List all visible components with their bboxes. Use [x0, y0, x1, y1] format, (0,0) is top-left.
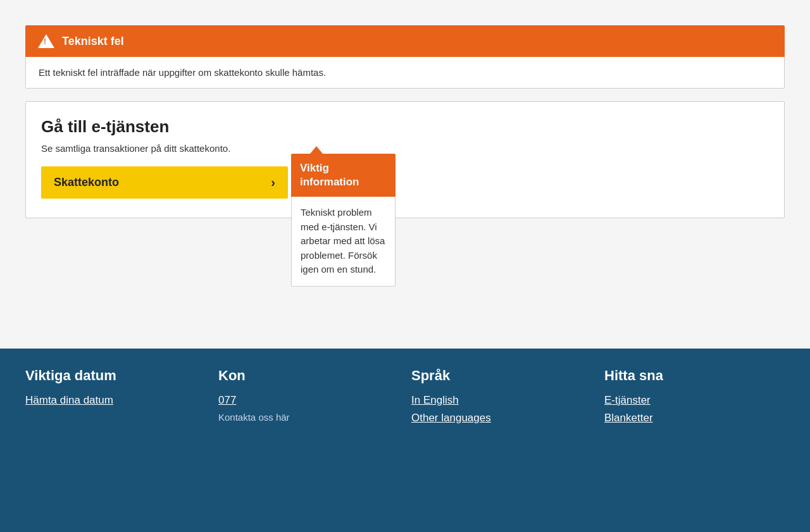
buttons-row: Skattekonto › 05-03 Viktig information T… [41, 166, 769, 199]
service-card: Gå till e-tjänsten Se samtliga transakti… [25, 101, 785, 218]
footer-col4-heading: Hitta sna [604, 368, 785, 384]
footer-col4-link-etjanster[interactable]: E-tjänster [604, 394, 785, 407]
footer-col1-heading: Viktiga datum [25, 368, 206, 384]
error-banner-title: Tekniskt fel [62, 35, 124, 48]
footer-col2-sub: Kontakta oss här [218, 412, 399, 423]
footer-col-sprak: Språk In English Other languages [411, 368, 592, 513]
footer-col-viktiga-datum: Viktiga datum Hämta dina datum [25, 368, 206, 513]
tooltip-popup: Viktig information Tekniskt problem med … [291, 154, 396, 287]
skattekonto-button[interactable]: Skattekonto › [41, 166, 288, 199]
skattekonto-label: Skattekonto [54, 176, 119, 189]
footer-col-kontakt: Kon 077 Kontakta oss här [218, 368, 399, 513]
footer-col4-link-blanketter[interactable]: Blanketter [604, 412, 785, 424]
error-banner: Tekniskt fel [25, 25, 785, 57]
footer: Viktiga datum Hämta dina datum Kon 077 K… [0, 349, 810, 532]
tooltip-arrow [310, 146, 323, 154]
footer-col2-phone[interactable]: 077 [218, 394, 399, 407]
footer-col1-link[interactable]: Hämta dina datum [25, 394, 206, 407]
footer-col2-heading: Kon [218, 368, 399, 384]
error-banner-message: Ett tekniskt fel inträffade när uppgifte… [39, 67, 326, 78]
service-card-description: Se samtliga transaktioner på ditt skatte… [41, 143, 769, 154]
tooltip-header: Viktig information [291, 154, 396, 197]
footer-col3-link-english[interactable]: In English [411, 394, 592, 407]
service-card-title: Gå till e-tjänsten [41, 117, 769, 137]
tooltip-body: Tekniskt problem med e-tjänsten. Vi arbe… [291, 197, 396, 287]
footer-col3-heading: Språk [411, 368, 592, 384]
footer-col-hitta: Hitta sna E-tjänster Blanketter [604, 368, 785, 513]
warning-triangle-icon [38, 34, 54, 48]
footer-col3-link-other[interactable]: Other languages [411, 412, 592, 424]
chevron-right-icon: › [271, 175, 275, 190]
error-banner-body: Ett tekniskt fel inträffade när uppgifte… [25, 57, 785, 89]
